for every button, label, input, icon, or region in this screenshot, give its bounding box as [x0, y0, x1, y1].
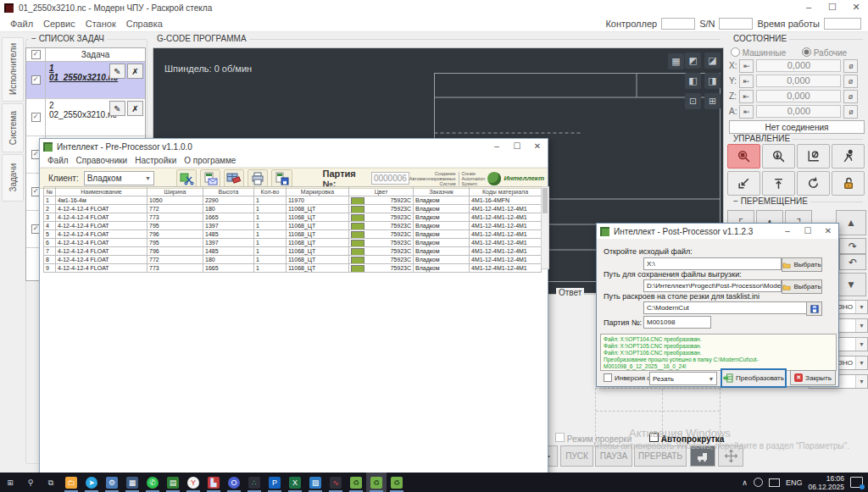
photos-icon[interactable]: ▨	[305, 473, 326, 492]
menu-help[interactable]: Справка	[126, 19, 163, 29]
select-all-checkbox[interactable]: ✓	[31, 50, 41, 59]
pause-button[interactable]: ПАУЗА	[595, 445, 632, 467]
unlock-button[interactable]	[832, 171, 865, 196]
zoom-search-button[interactable]	[762, 144, 795, 169]
machine-coords-radio[interactable]	[731, 47, 740, 57]
save-export-button[interactable]	[271, 169, 292, 187]
zero-coords-button[interactable]	[797, 144, 830, 169]
reset-button[interactable]	[797, 171, 830, 196]
column-header[interactable]: Маркировка	[287, 187, 349, 196]
minimize-button[interactable]: –	[487, 140, 507, 153]
zoom-focus-button[interactable]	[727, 144, 760, 169]
tab-tasks[interactable]: Задачи	[2, 154, 24, 202]
close-button[interactable]: ✕	[818, 224, 838, 238]
view-side-icon[interactable]: ◨	[704, 73, 721, 89]
check-mode-checkbox[interactable]	[555, 433, 565, 442]
column-header[interactable]: №	[44, 187, 56, 196]
home-axis-icon[interactable]: ⇤	[739, 105, 754, 119]
edit-task-button[interactable]: ✎	[109, 101, 125, 116]
task-column-header[interactable]: Задача	[46, 48, 145, 61]
column-header[interactable]: Кол-во	[254, 187, 287, 196]
column-header[interactable]: Коды материала	[470, 187, 542, 196]
save-app-icon[interactable]: ▙	[203, 473, 224, 492]
close-button[interactable]: ✕	[844, 0, 868, 15]
calculator-icon[interactable]: ▦	[122, 473, 142, 492]
view-top-icon[interactable]: ◩	[685, 53, 701, 69]
home-axis-icon[interactable]: ⇤	[739, 59, 754, 73]
explorer-icon[interactable]: 🗀	[61, 473, 81, 492]
send-email-button[interactable]	[200, 169, 220, 187]
machine-view-button[interactable]	[690, 445, 715, 467]
tab-executors[interactable]: Исполнители	[2, 37, 24, 102]
invert-axes-checkbox[interactable]	[604, 373, 612, 382]
jog-y-plus-button[interactable]: ▲	[836, 210, 866, 235]
table-row[interactable]: 84-12-4-12-4 FLOAT772180111068_ЦТ75923CВ…	[44, 256, 542, 264]
table-row[interactable]: 54-12-4-12-4 FLOAT7961485111068_ЦТ75923C…	[44, 230, 542, 239]
zero-axis-icon[interactable]: ø	[843, 105, 858, 119]
worktime-field[interactable]	[824, 18, 861, 30]
cut-button[interactable]	[176, 169, 197, 187]
telegram-icon[interactable]: ➤	[81, 473, 102, 492]
work-coords-radio[interactable]	[802, 47, 811, 57]
publisher-icon[interactable]: P	[264, 473, 285, 492]
table-row[interactable]: 64-12-4-12-4 FLOAT7951397111068_ЦТ75923C…	[44, 239, 542, 247]
minimize-button[interactable]: –	[777, 224, 798, 238]
table-row[interactable]: 74-12-4-12-4 FLOAT7961485111068_ЦТ75923C…	[44, 247, 542, 256]
task-checkbox[interactable]: ✓	[31, 75, 41, 85]
menu-references[interactable]: Справочники	[76, 156, 128, 165]
autoscroll-checkbox[interactable]	[649, 433, 659, 442]
fit-view-icon[interactable]: ⊞	[704, 93, 721, 109]
collapse-icon[interactable]: −	[31, 34, 36, 43]
task-view-button[interactable]: ⧉	[41, 473, 61, 492]
tray-clock-icon[interactable]	[754, 478, 763, 487]
table-scrollbar[interactable]	[541, 186, 549, 269]
rotate-ccw-button[interactable]: ↶	[839, 254, 866, 270]
scrollbar-thumb[interactable]	[542, 188, 548, 213]
jog-y-minus-button[interactable]: ▼	[836, 273, 866, 296]
view-iso-icon[interactable]: ◪	[704, 53, 721, 69]
pc-settings-icon[interactable]: ⚙	[102, 473, 122, 492]
tray-network-icon[interactable]	[769, 478, 780, 487]
table-row[interactable]: 94-12-4-12-4 FLOAT7731665111068_ЦТ75923C…	[44, 264, 542, 273]
client-select[interactable]: Владком ▼	[84, 171, 154, 185]
convert-button[interactable]: Преобразовать	[721, 368, 787, 388]
intellect-app-icon-2[interactable]: ♻	[366, 473, 387, 492]
home-axis-icon[interactable]: ⇤	[739, 75, 754, 88]
home-axis-icon[interactable]: ⇤	[739, 90, 754, 103]
collapse-icon[interactable]: −	[733, 196, 738, 206]
chart-app-icon[interactable]: ∿	[326, 473, 346, 492]
view-grid-icon[interactable]: ▦	[668, 53, 684, 69]
start-button[interactable]: ⊞	[0, 473, 20, 492]
yandex-browser-icon[interactable]: Y	[183, 473, 203, 492]
zero-axis-icon[interactable]: ø	[843, 75, 858, 88]
run-button[interactable]	[832, 144, 865, 169]
column-header[interactable]: Ширина	[147, 187, 203, 196]
abort-button[interactable]: ПРЕРВАТЬ	[634, 445, 687, 467]
column-header[interactable]: Наименование	[56, 187, 147, 196]
controller-field[interactable]	[661, 18, 695, 30]
task-row[interactable]: ✓ 2 02_2550x3210.nc ✎ ✗	[26, 99, 145, 136]
language-indicator[interactable]: ENG	[786, 478, 803, 487]
rotate-cw-button[interactable]: ↷	[839, 238, 866, 254]
goto-origin-button[interactable]	[727, 171, 760, 196]
clock[interactable]: 16:06 06.12.2025	[808, 474, 844, 491]
edit-task-button[interactable]: ✎	[109, 64, 125, 79]
center-view-icon[interactable]: ⊡	[685, 93, 701, 109]
menu-file[interactable]: Файл	[10, 19, 33, 29]
batch-number-field[interactable]: M001098	[643, 316, 711, 329]
table-row[interactable]: 14м1-16-4м1050229011197075923CВладком4М1…	[44, 196, 542, 205]
batch-number-field[interactable]: 0000006	[371, 172, 409, 185]
column-header[interactable]: Цвет	[349, 187, 414, 196]
clear-table-button[interactable]	[224, 169, 244, 187]
crosshair-button[interactable]	[718, 445, 743, 467]
column-header[interactable]: Заказчик	[414, 187, 470, 196]
cutpath-field[interactable]: C:\ModernCut	[643, 301, 807, 314]
zero-axis-icon[interactable]: ø	[843, 59, 858, 73]
menu-machine[interactable]: Станок	[86, 19, 116, 29]
delete-task-button[interactable]: ✗	[127, 64, 143, 79]
menu-about[interactable]: О программе	[184, 156, 236, 165]
zero-axis-icon[interactable]: ø	[843, 90, 858, 103]
menu-service[interactable]: Сервис	[43, 19, 75, 29]
task-checkbox[interactable]: ✓	[31, 113, 41, 122]
minimize-button[interactable]: –	[797, 0, 821, 15]
